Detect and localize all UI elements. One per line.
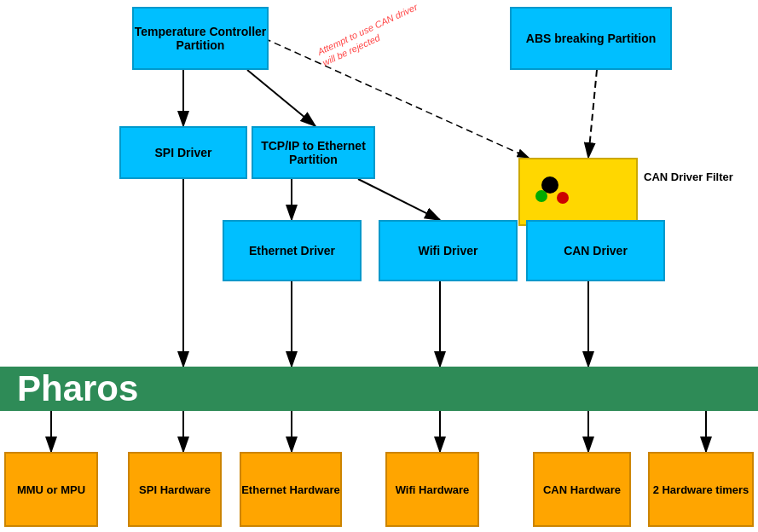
can-hardware-box: CAN Hardware <box>533 452 631 527</box>
attempt-label: Attempt to use CAN driverwill be rejecte… <box>315 1 425 69</box>
svg-point-24 <box>557 192 569 204</box>
mmu-mpu-box: MMU or MPU <box>4 452 98 527</box>
spi-hardware-box: SPI Hardware <box>128 452 222 527</box>
svg-line-17 <box>588 70 597 158</box>
wifi-driver-box: Wifi Driver <box>379 220 518 281</box>
wifi-hardware-box: Wifi Hardware <box>385 452 479 527</box>
ethernet-driver-box: Ethernet Driver <box>223 220 362 281</box>
can-filter-label: CAN Driver Filter <box>644 171 733 183</box>
hw-timers-box: 2 Hardware timers <box>648 452 754 527</box>
diagram: Temperature Controller Partition ABS bre… <box>0 0 758 532</box>
abs-breaking-box: ABS breaking Partition <box>510 7 672 70</box>
svg-line-6 <box>358 179 440 220</box>
temp-controller-box: Temperature Controller Partition <box>132 7 269 70</box>
svg-line-4 <box>247 70 315 126</box>
pharos-band: Pharos <box>0 367 758 411</box>
spi-driver-box: SPI Driver <box>119 126 247 179</box>
can-filter-box <box>518 158 638 226</box>
ethernet-hardware-box: Ethernet Hardware <box>240 452 342 527</box>
tcpip-box: TCP/IP to Ethernet Partition <box>252 126 375 179</box>
pharos-text: Pharos <box>17 368 138 409</box>
svg-point-23 <box>535 190 547 202</box>
can-driver-box: CAN Driver <box>526 220 665 281</box>
